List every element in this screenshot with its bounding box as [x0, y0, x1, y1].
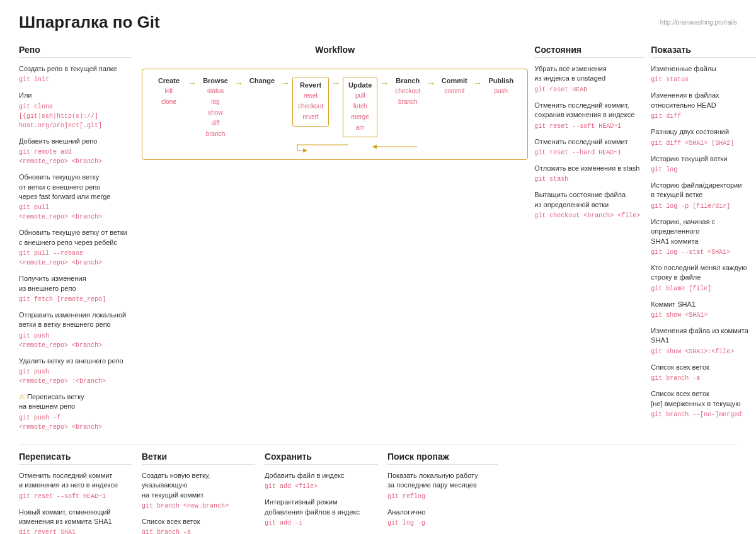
wf-browse-label: Browse	[203, 77, 228, 84]
wf-commit-label: Commit	[442, 77, 467, 84]
search-entry-0: Показать локальную работуза последние па…	[387, 471, 498, 501]
save-title: Сохранить	[265, 452, 378, 465]
show-entry-8: Изменения файла из коммита SHA1 git show…	[651, 326, 756, 356]
search-title: Поиск пропаж	[387, 452, 498, 465]
states-section: Состояния Убрать все измененияиз индекса…	[534, 45, 651, 438]
show-entry-3: Историю текущей ветки git log	[651, 154, 756, 174]
states-entry-0: Убрать все измененияиз индекса в unstage…	[534, 64, 644, 94]
repo-title: Репо	[19, 45, 132, 58]
branches-entry-1: Список всех веток git branch -a	[142, 517, 255, 534]
show-entry-7: Коммит SHA1 git show <SHA1>	[651, 300, 756, 320]
states-entry-4: Вытащить состояние файлаиз определенной …	[534, 190, 644, 220]
repo-entry-2: Добавить внешний репо git remote add<rem…	[19, 137, 132, 166]
save-section: Сохранить Добавить файл в индекс git add…	[265, 452, 387, 534]
wf-revert-label: Revert	[300, 81, 321, 89]
show-title: Показать	[651, 45, 756, 58]
wf-update-label: Update	[348, 81, 372, 89]
repo-entry-6: Отправить изменения локальнойветки в вет…	[19, 310, 132, 350]
repo-entry-1: Или git clone[{git|ssh|http(s)://]host.o…	[19, 91, 132, 130]
wf-branch-label: Branch	[396, 77, 420, 84]
search-section: Поиск пропаж Показать локальную работуза…	[387, 452, 504, 534]
show-entry-6: Кто последний менял каждуюстроку в файле…	[651, 263, 756, 293]
show-entry-5: Историю, начиная с определенногоSHA1 ком…	[651, 217, 756, 257]
states-entry-2: Отменить последний коммит git reset --ha…	[534, 137, 644, 157]
repo-entry-7: Удалить ветку из внешнего репо git push<…	[19, 356, 132, 386]
workflow-title: Workflow	[142, 45, 528, 57]
workflow-section: Workflow Create initclone → Browse statu…	[142, 45, 534, 438]
show-entry-9: Список всех веток git branch -a	[651, 363, 756, 383]
rewrite-entry-0: Отменить последний коммити изменения из …	[19, 471, 132, 501]
show-entry-4: Историю файла/директориив текущей ветке …	[651, 181, 756, 211]
page-header: Шпаргалка по Git http://brainwashing.pro…	[19, 13, 737, 32]
rewrite-entry-1: Новый коммит, отменяющийизменения из ком…	[19, 508, 132, 534]
page-title: Шпаргалка по Git	[19, 13, 160, 32]
show-entry-1: Изменения в файлахотносительно HEAD git …	[651, 91, 756, 121]
repo-section: Репо Создать репо в текущей папке git in…	[19, 45, 142, 438]
wf-publish-label: Publish	[488, 77, 513, 84]
repo-entry-3: Обновить текущую веткуот ветки с внешнег…	[19, 173, 132, 222]
repo-entry-8: ⚠ Переписать веткуна внешнем репо git pu…	[19, 392, 132, 432]
branches-section: Ветки Создать новую ветку, указывающуюна…	[142, 452, 265, 534]
show-bottom-filler	[504, 452, 737, 534]
show-entry-10: Список всех веток[не] вмерженных в текущ…	[651, 389, 756, 419]
branches-entry-0: Создать новую ветку, указывающуюна текущ…	[142, 471, 255, 511]
repo-entry-5: Получить измененияиз внешнего репо git f…	[19, 274, 132, 304]
wf-change-label: Change	[249, 77, 275, 84]
page-url: http://brainwashing.pro/rails	[660, 19, 737, 26]
search-entry-1: Аналогично git log -g	[387, 508, 498, 528]
save-entry-1: Интерактивный режимдобавления файлов в и…	[265, 497, 378, 528]
save-entry-0: Добавить файл в индекс git add <file>	[265, 471, 378, 491]
states-entry-3: Отложить все изменения в stash git stash	[534, 164, 644, 184]
rewrite-section: Переписать Отменить последний коммити из…	[19, 452, 142, 534]
branches-title: Ветки	[142, 452, 255, 465]
show-entry-2: Разницу двух состояний git diff <SHA1> […	[651, 127, 756, 147]
repo-entry-0: Создать репо в текущей папке git init	[19, 64, 132, 84]
show-entry-0: Измененные файлы git status	[651, 64, 756, 84]
wf-create-label: Create	[158, 77, 180, 84]
states-title: Состояния	[534, 45, 644, 58]
repo-entry-4: Обновить текущую ветку от веткис внешнег…	[19, 228, 132, 268]
states-entry-1: Отменить последний коммит,сохранив измен…	[534, 101, 644, 131]
show-section: Показать Измененные файлы git status Изм…	[651, 45, 756, 438]
rewrite-title: Переписать	[19, 452, 132, 465]
